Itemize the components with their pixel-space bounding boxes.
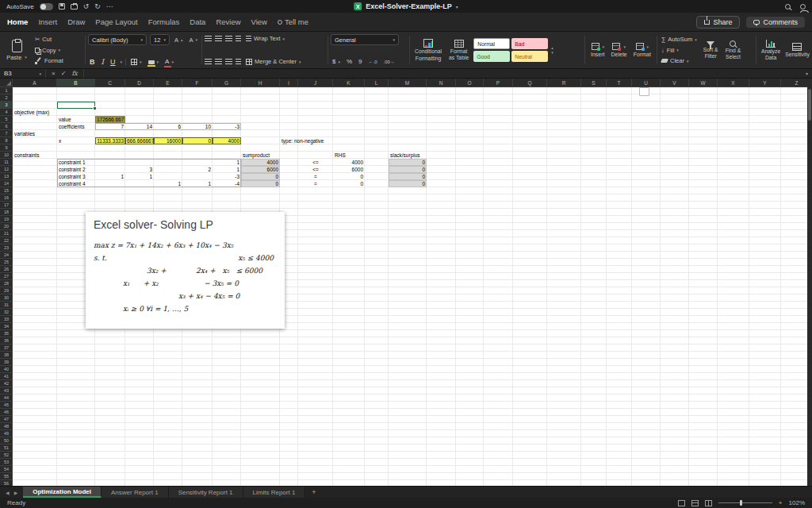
shrink-font-button[interactable]: A xyxy=(187,36,199,44)
cell-F8[interactable]: 0 xyxy=(182,137,213,144)
menu-view[interactable]: View xyxy=(251,17,267,26)
name-box[interactable]: B3 xyxy=(0,69,46,78)
row-header-22[interactable]: 22 xyxy=(0,237,13,244)
row-header-3[interactable]: 3 xyxy=(0,102,13,109)
row-header-8[interactable]: 8 xyxy=(0,137,13,144)
row-header-52[interactable]: 52 xyxy=(0,452,13,459)
grow-font-button[interactable]: A xyxy=(173,36,185,44)
title-chevron-icon[interactable] xyxy=(456,4,458,10)
column-header-T[interactable]: T xyxy=(607,79,632,87)
floating-shape-object[interactable] xyxy=(639,87,649,96)
cell-G11[interactable]: 1 xyxy=(213,159,241,166)
column-header-P[interactable]: P xyxy=(484,79,513,87)
italic-button[interactable]: I xyxy=(100,58,106,66)
column-header-C[interactable]: C xyxy=(95,79,125,87)
borders-button[interactable] xyxy=(129,58,144,66)
cell-B14[interactable]: constraint 4 xyxy=(57,180,95,187)
delete-cells-button[interactable]: Delete xyxy=(611,34,627,66)
row-header-23[interactable]: 23 xyxy=(0,244,13,252)
autosum-button[interactable]: AutoSum xyxy=(660,35,699,44)
insert-function-icon[interactable]: fx xyxy=(71,70,77,77)
normal-view-icon[interactable] xyxy=(678,500,685,506)
cell-A10[interactable]: constraints xyxy=(13,152,57,159)
style-bad[interactable]: Bad xyxy=(511,38,548,49)
cell-C13[interactable]: 1 xyxy=(95,173,125,180)
orientation-icon[interactable] xyxy=(236,36,241,41)
insert-cells-button[interactable]: Insert xyxy=(591,34,605,66)
cell-C6[interactable]: 7 xyxy=(95,123,125,130)
column-header-H[interactable]: H xyxy=(241,79,280,87)
row-header-18[interactable]: 18 xyxy=(0,209,13,216)
format-cells-button[interactable]: Format xyxy=(634,34,651,66)
row-header-54[interactable]: 54 xyxy=(0,466,13,473)
row-header-21[interactable]: 21 xyxy=(0,230,13,237)
row-header-55[interactable]: 55 xyxy=(0,473,13,480)
cell-G6[interactable]: -3 xyxy=(213,123,241,130)
cell-K14[interactable]: 0 xyxy=(333,180,365,187)
cell-J13[interactable]: = xyxy=(298,173,333,180)
cell-J14[interactable]: = xyxy=(298,180,333,187)
cell-A4[interactable]: objective (max) xyxy=(13,109,57,116)
cell-G13[interactable]: -3 xyxy=(213,173,241,180)
column-header-I[interactable]: I xyxy=(280,79,298,87)
select-all-corner[interactable] xyxy=(0,79,13,87)
menu-page-layout[interactable]: Page Layout xyxy=(95,17,137,26)
row-header-45[interactable]: 45 xyxy=(0,402,13,409)
comments-button[interactable]: Comments xyxy=(746,17,805,28)
align-center-icon[interactable] xyxy=(215,59,222,64)
style-neutral[interactable]: Neutral xyxy=(511,51,548,62)
row-header-38[interactable]: 38 xyxy=(0,352,13,359)
share-button[interactable]: Share xyxy=(696,16,740,29)
menu-review[interactable]: Review xyxy=(216,17,240,26)
undo-icon[interactable] xyxy=(83,3,90,10)
save-icon[interactable] xyxy=(59,3,65,10)
percent-button[interactable]: % xyxy=(345,57,354,66)
zoom-in-icon[interactable]: + xyxy=(779,499,783,506)
menu-data[interactable]: Data xyxy=(190,17,205,26)
column-header-W[interactable]: W xyxy=(689,79,718,87)
cell-H11[interactable]: 4000 xyxy=(241,159,280,166)
sort-filter-button[interactable]: Sort & Filter xyxy=(701,34,721,66)
row-header-40[interactable]: 40 xyxy=(0,366,13,373)
sensitivity-button[interactable]: Sensitivity xyxy=(783,34,812,66)
format-as-table-button[interactable]: Format as Table xyxy=(446,40,471,61)
cell-M10[interactable]: slack/surplus xyxy=(389,152,427,159)
row-header-1[interactable]: 1 xyxy=(0,87,13,94)
menu-draw[interactable]: Draw xyxy=(67,17,85,26)
zoom-slider[interactable] xyxy=(718,502,772,503)
column-header-L[interactable]: L xyxy=(365,79,389,87)
underline-chevron-icon[interactable] xyxy=(121,60,123,64)
row-header-39[interactable]: 39 xyxy=(0,359,13,366)
column-header-O[interactable]: O xyxy=(456,79,484,87)
cancel-formula-icon[interactable] xyxy=(52,70,56,77)
column-header-V[interactable]: V xyxy=(661,79,689,87)
align-middle-icon[interactable] xyxy=(215,36,222,41)
align-bottom-icon[interactable] xyxy=(225,36,232,41)
cell-D13[interactable]: 1 xyxy=(125,173,154,180)
zoom-level[interactable]: 102% xyxy=(789,499,805,506)
row-header-7[interactable]: 7 xyxy=(0,130,13,137)
row-header-12[interactable]: 12 xyxy=(0,166,13,173)
enter-formula-icon[interactable] xyxy=(61,70,67,77)
column-header-J[interactable]: J xyxy=(298,79,333,87)
zoom-slider-knob[interactable] xyxy=(740,500,742,506)
cell-D8[interactable]: 666.666667 xyxy=(125,137,154,144)
cell-M12[interactable]: 0 xyxy=(389,166,427,173)
redo-icon[interactable] xyxy=(94,3,101,10)
cell-D6[interactable]: 14 xyxy=(125,123,154,130)
menu-insert[interactable]: Insert xyxy=(38,17,57,26)
column-header-B[interactable]: B xyxy=(57,79,95,87)
menu-home[interactable]: Home xyxy=(7,17,28,26)
cell-A7[interactable]: variables xyxy=(13,130,57,137)
cell-G12[interactable]: 1 xyxy=(213,166,241,173)
currency-button[interactable]: $ xyxy=(331,57,342,66)
cell-B11[interactable]: constraint 1 xyxy=(57,159,95,166)
row-header-31[interactable]: 31 xyxy=(0,302,13,309)
number-format-select[interactable]: General xyxy=(331,34,399,45)
formula-input[interactable] xyxy=(84,69,802,78)
row-header-29[interactable]: 29 xyxy=(0,287,13,294)
cell-M13[interactable]: 0 xyxy=(389,173,427,180)
row-header-20[interactable]: 20 xyxy=(0,223,13,230)
column-header-Z[interactable]: Z xyxy=(781,79,807,87)
analyze-data-button[interactable]: Analyze Data xyxy=(759,34,783,66)
